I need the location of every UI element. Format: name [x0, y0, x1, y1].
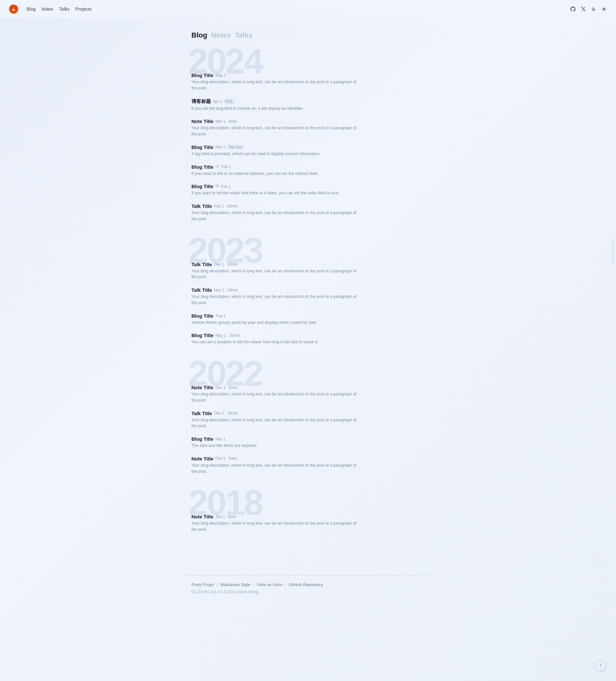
post-title[interactable]: Note Title: [191, 514, 214, 520]
post-title[interactable]: Talk Title: [191, 203, 212, 209]
post-meta: Apr 1: [213, 99, 222, 104]
main-content: BlogNotesTalks 2024Blog TitleMay 1Your b…: [185, 18, 431, 575]
post-item-header: Talk TitleDec 1 · 30min: [191, 262, 425, 267]
post-desc: If you need to link to an external addre…: [191, 171, 360, 177]
post-item: Blog Title Feb 1If you need to link to a…: [191, 164, 425, 177]
year-section-2024: 2024Blog TitleMay 1Your blog description…: [191, 50, 425, 222]
post-meta: Feb 1 · 30min: [214, 204, 238, 208]
post-title[interactable]: Blog Title: [191, 73, 214, 78]
footer-link-github-repository[interactable]: GitHub Repository: [289, 582, 323, 587]
video-icon: [215, 184, 219, 189]
post-item-header: Blog Title Feb 1: [191, 164, 425, 170]
nav-icons: [570, 6, 607, 12]
post-item-header: Talk TitleDec 1 · 30min: [191, 411, 425, 416]
post-meta: Mar 1 · 5min: [215, 119, 237, 124]
post-item: Blog TitleMar 1Tag TextA tag field is pr…: [191, 145, 425, 157]
post-item: Talk TitleNov 1 · 20minYour blog descrip…: [191, 287, 425, 306]
post-desc: If you set the lang field to include zh,…: [191, 106, 360, 112]
post-title[interactable]: Talk Title: [191, 411, 212, 416]
post-meta: Feb 1: [221, 165, 231, 169]
post-title[interactable]: Blog Title: [191, 184, 214, 189]
svg-marker-2: [217, 185, 218, 186]
tag-badge: Tag Text: [227, 145, 244, 149]
post-meta: May 1 · 20min: [215, 333, 240, 338]
footer-separator: /: [253, 582, 254, 587]
post-title[interactable]: Talk Title: [191, 287, 212, 293]
scrollbar-indicator: [612, 238, 613, 264]
post-list-2022: Note TitleDec 1 · 5minYour blog descript…: [191, 362, 425, 474]
scroll-top-button[interactable]: ↑: [595, 660, 606, 671]
svg-line-0: [217, 165, 219, 167]
post-item-header: Talk TitleFeb 1 · 30min: [191, 203, 425, 209]
nav-links: BlogNotesTalksProjects: [27, 6, 564, 12]
logo-icon[interactable]: ▲: [9, 4, 18, 14]
post-desc: Your blog description, which is long tex…: [191, 268, 360, 280]
post-item-header: 博客标题Apr 1中文: [191, 98, 425, 105]
filter-tab-talks[interactable]: Talks: [235, 31, 253, 40]
post-desc: You can set a duration to tell the viewe…: [191, 339, 360, 345]
rss-icon[interactable]: [591, 6, 596, 12]
post-item-header: Note TitleMar 1 · 5min: [191, 119, 425, 124]
post-title[interactable]: 博客标题: [191, 98, 211, 105]
nav-link-talks[interactable]: Talks: [59, 6, 70, 12]
lang-badge: 中文: [224, 99, 235, 104]
post-meta: May 1: [215, 73, 226, 78]
post-title[interactable]: Talk Title: [191, 262, 212, 267]
post-item: Blog TitleAug 1Vitesse theme groups post…: [191, 313, 425, 326]
post-title[interactable]: Note Title: [191, 119, 214, 124]
filter-tab-blog[interactable]: Blog: [191, 31, 207, 40]
post-desc: Vitesse theme groups posts by year and d…: [191, 320, 360, 326]
post-desc: The date and title fields are required.: [191, 443, 360, 449]
twitter-icon[interactable]: [581, 6, 586, 12]
post-desc: Your blog description, which is long tex…: [191, 125, 360, 137]
footer-link-markdown-style[interactable]: Markdown Style: [221, 582, 250, 587]
nav-link-projects[interactable]: Projects: [75, 6, 92, 12]
post-item-header: Blog TitleAug 1: [191, 313, 425, 319]
post-list-2018: Note TitleJan 1 · 5minYour blog descript…: [191, 491, 425, 533]
post-item-header: Note TitleFeb 1 · 5min: [191, 456, 425, 461]
github-icon[interactable]: [570, 6, 576, 12]
post-item-header: Blog TitleMar 1Tag Text: [191, 145, 425, 150]
year-sections: 2024Blog TitleMay 1Your blog description…: [191, 50, 425, 550]
post-title[interactable]: Blog Title: [191, 145, 214, 150]
post-title[interactable]: Note Title: [191, 385, 214, 390]
post-title[interactable]: Blog Title: [191, 333, 214, 338]
post-item-header: Blog TitleMay 1 · 20min: [191, 333, 425, 338]
nav-link-blog[interactable]: Blog: [27, 6, 35, 12]
filter-tabs: BlogNotesTalks: [191, 31, 425, 40]
post-list-2024: Blog TitleMay 1Your blog description, wh…: [191, 50, 425, 222]
nav-link-notes[interactable]: Notes: [42, 6, 53, 12]
post-meta: Aug 1: [215, 313, 225, 318]
theme-icon[interactable]: [601, 6, 607, 12]
post-title[interactable]: Note Title: [191, 456, 214, 461]
post-title[interactable]: Blog Title: [191, 313, 214, 319]
post-title[interactable]: Blog Title: [191, 164, 214, 170]
footer-link-posts-props[interactable]: Posts Props: [191, 582, 214, 587]
post-item: Blog TitleNov 1The date and title fields…: [191, 436, 425, 449]
post-item: Note TitleDec 1 · 5minYour blog descript…: [191, 385, 425, 403]
navigation: ▲ BlogNotesTalksProjects: [0, 0, 616, 18]
post-meta: Mar 1: [215, 145, 225, 149]
post-item-header: Talk TitleNov 1 · 20min: [191, 287, 425, 293]
footer-link-view-on-astro[interactable]: View on Astro: [257, 582, 282, 587]
post-desc: Your blog description, which is long tex…: [191, 417, 360, 429]
footer-separator: /: [285, 582, 286, 587]
post-desc: Your blog description, which is long tex…: [191, 294, 360, 306]
post-item: Note TitleJan 1 · 5minYour blog descript…: [191, 514, 425, 533]
filter-tab-notes[interactable]: Notes: [211, 31, 231, 40]
post-item-header: Blog Title Feb 1: [191, 184, 425, 189]
post-desc: Your blog description, which is long tex…: [191, 391, 360, 403]
post-item: Talk TitleDec 1 · 30minYour blog descrip…: [191, 262, 425, 280]
post-meta: Nov 1 · 20min: [214, 288, 238, 293]
post-item-header: Blog TitleMay 1: [191, 73, 425, 78]
post-meta: Feb 1: [221, 184, 231, 189]
post-item-header: Note TitleDec 1 · 5min: [191, 385, 425, 390]
post-desc: Your blog description, which is long tex…: [191, 462, 360, 475]
post-title[interactable]: Blog Title: [191, 436, 214, 442]
post-meta: Feb 1 · 5min: [215, 456, 237, 461]
post-desc: Your blog description, which is long tex…: [191, 521, 360, 533]
post-desc: A tag field is provided, which can be us…: [191, 151, 360, 157]
redirect-icon: [215, 165, 219, 169]
post-item: Talk TitleDec 1 · 30minYour blog descrip…: [191, 411, 425, 429]
post-item: 博客标题Apr 1中文If you set the lang field to …: [191, 98, 425, 112]
